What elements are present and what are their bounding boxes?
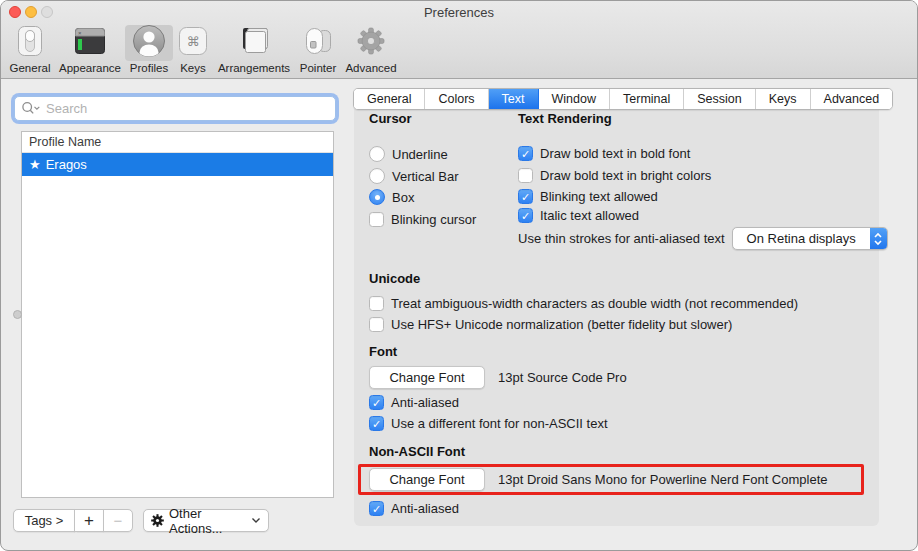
add-profile-button[interactable]: +	[74, 509, 104, 532]
toolbar-label: Arrangements	[218, 62, 290, 74]
text-rendering-section-title: Text Rendering	[518, 111, 612, 126]
cursor-section-title: Cursor	[369, 111, 412, 126]
checkbox-icon[interactable]	[518, 168, 533, 183]
tab-advanced[interactable]: Advanced	[811, 89, 893, 109]
pointer-icon	[302, 26, 334, 60]
profile-search-field[interactable]	[14, 96, 336, 121]
tab-text[interactable]: Text	[489, 89, 539, 109]
profile-footer-buttons: Tags > + −	[13, 509, 133, 532]
tags-button[interactable]: Tags >	[13, 509, 75, 532]
radio-icon-selected[interactable]	[369, 189, 385, 205]
change-non-ascii-font-button[interactable]: Change Font	[369, 468, 485, 491]
checkbox-bright-colors[interactable]: Draw bold text in bright colors	[518, 166, 711, 184]
toolbar-item-appearance[interactable]: × Appearance	[58, 25, 122, 74]
checkbox-label: Anti-aliased	[391, 501, 459, 516]
search-icon	[21, 101, 41, 116]
remove-profile-button[interactable]: −	[103, 509, 133, 532]
checkbox-icon[interactable]	[369, 212, 384, 227]
radio-underline[interactable]: Underline	[369, 145, 448, 163]
checkbox-label: Use a different font for non-ASCII text	[391, 416, 608, 431]
toolbar-item-advanced[interactable]: Advanced	[342, 25, 400, 74]
thin-strokes-label: Use thin strokes for anti-aliased text	[518, 231, 725, 246]
checkbox-label: Anti-aliased	[391, 395, 459, 410]
preferences-window: Preferences General × Appearance	[0, 0, 918, 551]
chevron-down-icon	[251, 517, 261, 524]
profile-row-eragos[interactable]: ★ Eragos	[22, 153, 333, 176]
radio-icon[interactable]	[369, 146, 385, 162]
toolbar-item-keys[interactable]: ⌘ Keys	[173, 25, 213, 74]
star-icon: ★	[29, 153, 41, 176]
checkbox-bold-font[interactable]: Draw bold text in bold font	[518, 144, 690, 162]
radio-label: Box	[392, 190, 414, 205]
checkbox-icon[interactable]	[369, 296, 384, 311]
radio-icon[interactable]	[369, 168, 385, 184]
checkbox-non-ascii-anti-aliased[interactable]: Anti-aliased	[369, 499, 459, 517]
tab-keys[interactable]: Keys	[756, 89, 811, 109]
checkbox-italic-text[interactable]: Italic text allowed	[518, 206, 639, 224]
toolbar-label: General	[10, 62, 51, 74]
profile-list: Profile Name ★ Eragos	[21, 131, 334, 498]
toolbar-label: Keys	[180, 62, 206, 74]
radio-label: Vertical Bar	[392, 169, 458, 184]
checkbox-different-font[interactable]: Use a different font for non-ASCII text	[369, 414, 608, 432]
tab-terminal[interactable]: Terminal	[610, 89, 684, 109]
font-row: Change Font 13pt Source Code Pro	[369, 366, 627, 389]
settings-tab-bar: General Colors Text Window Terminal Sess…	[353, 88, 893, 110]
checkbox-ambiguous-width[interactable]: Treat ambiguous-width characters as doub…	[369, 294, 798, 312]
non-ascii-font-row: Change Font 13pt Droid Sans Mono for Pow…	[369, 468, 828, 491]
font-section-title: Font	[369, 344, 397, 359]
checkbox-anti-aliased[interactable]: Anti-aliased	[369, 393, 459, 411]
non-ascii-font-value: 13pt Droid Sans Mono for Powerline Nerd …	[498, 472, 828, 487]
checkbox-label: Treat ambiguous-width characters as doub…	[391, 296, 798, 311]
non-ascii-section-title: Non-ASCII Font	[369, 444, 465, 459]
tab-window[interactable]: Window	[539, 89, 610, 109]
keys-icon: ⌘	[177, 25, 209, 61]
checkbox-blinking-text[interactable]: Blinking text allowed	[518, 187, 658, 205]
checkbox-hfs-normalization[interactable]: Use HFS+ Unicode normalization (better f…	[369, 315, 732, 333]
toolbar-item-profiles[interactable]: Profiles	[124, 25, 174, 74]
tab-colors[interactable]: Colors	[425, 89, 488, 109]
tab-general[interactable]: General	[354, 89, 425, 109]
svg-text:×: ×	[78, 30, 82, 36]
svg-text:⌘: ⌘	[187, 34, 200, 49]
search-input[interactable]	[44, 100, 329, 117]
checkbox-icon[interactable]	[369, 317, 384, 332]
unicode-section-title: Unicode	[369, 271, 420, 286]
appearance-icon: ×	[73, 26, 107, 60]
checkbox-label: Italic text allowed	[540, 208, 639, 223]
advanced-gear-icon	[354, 24, 388, 62]
profile-list-header: Profile Name	[22, 132, 333, 153]
checkbox-icon-checked[interactable]	[369, 416, 384, 431]
checkbox-icon-checked[interactable]	[369, 395, 384, 410]
tab-session[interactable]: Session	[684, 89, 755, 109]
checkbox-label: Draw bold text in bright colors	[540, 168, 711, 183]
checkbox-icon-checked[interactable]	[369, 501, 384, 516]
checkbox-icon-checked[interactable]	[518, 189, 533, 204]
window-resize-dot[interactable]	[13, 310, 22, 319]
thin-strokes-dropdown[interactable]: On Retina displays	[732, 227, 888, 250]
toolbar-item-pointer[interactable]: Pointer	[294, 25, 342, 74]
title-bar: Preferences General × Appearance	[1, 1, 917, 79]
dropdown-value: On Retina displays	[733, 231, 870, 246]
checkbox-label: Blinking cursor	[391, 212, 476, 227]
radio-vertical-bar[interactable]: Vertical Bar	[369, 167, 458, 185]
gear-icon	[151, 514, 164, 527]
radio-label: Underline	[392, 147, 448, 162]
font-value: 13pt Source Code Pro	[498, 370, 627, 385]
checkbox-icon-checked[interactable]	[518, 208, 533, 223]
toolbar-item-arrangements[interactable]: Arrangements	[217, 25, 291, 74]
checkbox-blinking-cursor[interactable]: Blinking cursor	[369, 210, 476, 228]
toolbar-label: Profiles	[130, 62, 168, 74]
toolbar-item-general[interactable]: General	[6, 25, 54, 74]
radio-box[interactable]: Box	[369, 188, 414, 206]
other-actions-label: Other Actions...	[169, 506, 246, 536]
other-actions-button[interactable]: Other Actions...	[143, 509, 269, 532]
arrangements-icon	[236, 26, 272, 60]
checkbox-label: Use HFS+ Unicode normalization (better f…	[391, 317, 732, 332]
text-settings-panel: Cursor Underline Vertical Bar Box Blinki…	[354, 98, 879, 526]
checkbox-label: Draw bold text in bold font	[540, 146, 690, 161]
profiles-icon	[132, 24, 166, 62]
toolbar-label: Advanced	[345, 62, 396, 74]
checkbox-icon-checked[interactable]	[518, 146, 533, 161]
change-font-button[interactable]: Change Font	[369, 366, 485, 389]
